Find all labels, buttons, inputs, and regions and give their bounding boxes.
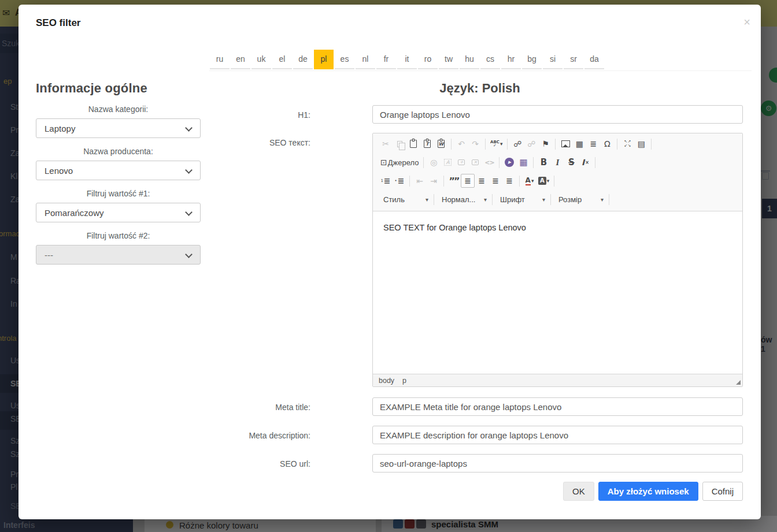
- undo-icon[interactable]: ↶: [454, 137, 468, 151]
- text-color-icon[interactable]: A ▾: [523, 174, 536, 188]
- align-left-icon[interactable]: ≣: [461, 174, 475, 188]
- ok-button[interactable]: OK: [563, 482, 594, 501]
- manufacturer-select-value: Lenovo: [45, 166, 73, 176]
- bulleted-list-icon[interactable]: •≣: [393, 174, 406, 188]
- toolbar-divider: [451, 139, 452, 150]
- paste-from-word-icon[interactable]: W: [434, 137, 448, 151]
- tab-sr[interactable]: sr: [564, 50, 583, 69]
- align-center-icon[interactable]: ≣: [475, 174, 489, 188]
- tab-bg[interactable]: bg: [522, 50, 542, 69]
- replace-icon[interactable]: A: [441, 155, 454, 169]
- seo-filter-modal: SEO filter × ru en uk el de pl es nl fr …: [18, 5, 761, 519]
- spellcheck-icon[interactable]: ABC✓ ▾: [489, 137, 504, 151]
- tab-hu[interactable]: hu: [460, 50, 479, 69]
- image-icon[interactable]: [558, 137, 572, 151]
- filter-value-1-label: Filtruj wartość #1:: [36, 189, 201, 198]
- blockquote-icon[interactable]: ””: [447, 174, 461, 188]
- tab-it[interactable]: it: [397, 50, 417, 69]
- comment-add-icon[interactable]: +: [454, 155, 468, 169]
- remove-format-icon[interactable]: I×: [578, 155, 592, 169]
- h1-input[interactable]: [372, 105, 743, 124]
- submit-button[interactable]: Aby złożyć wniosek: [598, 482, 698, 501]
- spellcheck-caret-icon: ▾: [500, 141, 503, 147]
- table-icon[interactable]: ▦: [572, 137, 586, 151]
- tab-si[interactable]: si: [543, 50, 563, 69]
- redo-icon[interactable]: ↷: [468, 137, 482, 151]
- element-path-body[interactable]: body: [379, 377, 394, 385]
- tab-tw[interactable]: tw: [439, 50, 458, 69]
- horizontal-rule-icon[interactable]: ≣: [586, 137, 600, 151]
- justify-icon[interactable]: ≣: [502, 174, 516, 188]
- meta-description-input[interactable]: [372, 426, 743, 444]
- tab-ru[interactable]: ru: [210, 50, 230, 69]
- filter-value-2-label: Filtruj wartość #2:: [36, 231, 201, 240]
- h1-label: H1:: [217, 105, 310, 124]
- find-icon[interactable]: ◎: [427, 155, 441, 169]
- meta-title-row: Meta title:: [217, 397, 743, 416]
- tab-de[interactable]: de: [293, 50, 313, 69]
- code-snippet-icon[interactable]: <>: [482, 155, 496, 169]
- tab-nl[interactable]: nl: [356, 50, 375, 69]
- show-blocks-icon[interactable]: ▤: [634, 137, 648, 151]
- cut-icon[interactable]: ✂: [379, 137, 393, 151]
- font-dropdown[interactable]: Шрифт▾: [495, 192, 547, 206]
- rich-text-editor: ✂ T W ↶ ↷ ABC✓ ▾ ☍: [372, 133, 743, 387]
- general-info-heading: Informacje ogólne: [36, 81, 201, 96]
- link-icon[interactable]: ☍: [510, 137, 524, 151]
- tab-hr[interactable]: hr: [501, 50, 521, 69]
- maximize-icon[interactable]: ↖↗↙↘: [620, 137, 634, 151]
- meta-title-input[interactable]: [372, 397, 743, 416]
- media-embed-icon[interactable]: ▶: [502, 155, 516, 169]
- manufacturer-select[interactable]: Lenovo: [36, 161, 201, 180]
- anchor-icon[interactable]: ⚑: [538, 137, 552, 151]
- italic-icon[interactable]: I: [550, 155, 564, 169]
- tab-da[interactable]: da: [584, 50, 604, 69]
- tab-fr[interactable]: fr: [376, 50, 396, 69]
- tab-pl-active[interactable]: pl: [314, 50, 334, 69]
- toolbar-divider: [519, 176, 520, 187]
- tab-en[interactable]: en: [231, 50, 250, 69]
- element-path-p[interactable]: p: [402, 377, 406, 385]
- styles-dropdown[interactable]: Стиль▾: [379, 192, 431, 206]
- tab-es[interactable]: es: [335, 50, 354, 69]
- tab-uk[interactable]: uk: [251, 50, 271, 69]
- numbered-list-icon[interactable]: 1≣: [379, 174, 393, 188]
- paste-icon[interactable]: [406, 137, 420, 151]
- widget-grid-icon[interactable]: ▦: [516, 155, 530, 169]
- category-label: Nazwa kategorii:: [36, 105, 201, 114]
- indent-icon[interactable]: ⇥: [427, 174, 441, 188]
- background-color-icon[interactable]: A ▾: [536, 174, 551, 188]
- copy-icon[interactable]: [393, 137, 406, 151]
- toolbar-divider: [492, 194, 493, 205]
- filter-value-1-select[interactable]: Pomarańczowy: [36, 203, 201, 222]
- tab-cs[interactable]: cs: [480, 50, 500, 69]
- bold-icon[interactable]: B: [536, 155, 550, 169]
- comment-remove-icon[interactable]: ×: [468, 155, 482, 169]
- paste-plain-text-icon[interactable]: T: [420, 137, 434, 151]
- unlink-icon[interactable]: ☍: [524, 137, 538, 151]
- special-character-icon[interactable]: Ω: [600, 137, 614, 151]
- source-button[interactable]: ⊡ Джерело: [379, 155, 420, 169]
- format-dropdown[interactable]: Нормал...▾: [437, 192, 489, 206]
- toolbar-divider: [409, 176, 410, 187]
- seo-url-input[interactable]: [372, 454, 743, 473]
- close-icon[interactable]: ×: [743, 16, 750, 28]
- outdent-icon[interactable]: ⇤: [413, 174, 427, 188]
- seo-url-label: SEO url:: [217, 454, 310, 473]
- toolbar-divider: [609, 194, 609, 205]
- editor-resize-handle[interactable]: [736, 380, 741, 385]
- toolbar-divider: [443, 176, 444, 187]
- tab-ro[interactable]: ro: [418, 50, 438, 69]
- meta-title-label: Meta title:: [217, 397, 310, 416]
- toolbar-row-2: ⊡ Джерело ◎ A + × <> ▶ ▦ B: [375, 153, 740, 172]
- category-select[interactable]: Laptopy: [36, 118, 201, 138]
- align-right-icon[interactable]: ≣: [489, 174, 502, 188]
- category-select-value: Laptopy: [45, 124, 75, 133]
- editor-status-bar: body p: [373, 374, 742, 386]
- editor-content-area[interactable]: SEO TEXT for Orange laptops Lenovo: [373, 211, 742, 374]
- tab-el[interactable]: el: [272, 50, 292, 69]
- strikethrough-icon[interactable]: S: [564, 155, 578, 169]
- cancel-button[interactable]: Cofnij: [702, 482, 743, 501]
- size-dropdown[interactable]: Розмір▾: [554, 192, 606, 206]
- seo-url-row: SEO url:: [217, 454, 743, 473]
